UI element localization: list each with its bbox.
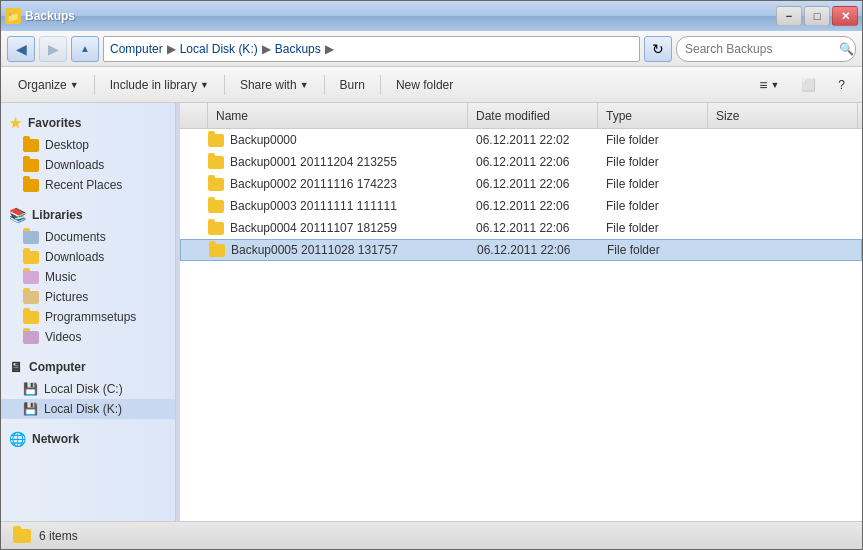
toolbar-separator-3: [324, 75, 325, 95]
table-row[interactable]: Backup0001 20111204 213255 06.12.2011 22…: [180, 151, 862, 173]
row-name-3: Backup0003 20111111 111111: [208, 199, 468, 213]
title-bar: 📁 Backups − □ ✕: [1, 1, 862, 31]
view-button[interactable]: ≡ ▼: [750, 71, 788, 99]
sidebar-item-music[interactable]: Music: [1, 267, 175, 287]
music-label: Music: [45, 270, 76, 284]
row-type-2: File folder: [598, 177, 708, 191]
share-button[interactable]: Share with ▼: [231, 71, 318, 99]
pictures-label: Pictures: [45, 290, 88, 304]
sidebar-item-videos[interactable]: Videos: [1, 327, 175, 347]
sidebar-item-desktop[interactable]: Desktop: [1, 135, 175, 155]
header-size[interactable]: Size: [708, 103, 858, 128]
close-button[interactable]: ✕: [832, 6, 858, 26]
status-bar: 6 items: [1, 521, 862, 549]
folder-icon-2: [208, 178, 224, 191]
breadcrumb: Computer ▶ Local Disk (K:) ▶ Backups ▶: [103, 36, 640, 62]
libraries-header[interactable]: 📚 Libraries: [1, 203, 175, 227]
computer-header[interactable]: 🖥 Computer: [1, 355, 175, 379]
table-row[interactable]: Backup0000 06.12.2011 22:02 File folder: [180, 129, 862, 151]
desktop-label: Desktop: [45, 138, 89, 152]
refresh-button[interactable]: ↻: [644, 36, 672, 62]
maximize-button[interactable]: □: [804, 6, 830, 26]
header-date[interactable]: Date modified: [468, 103, 598, 128]
row-date-2: 06.12.2011 22:06: [468, 177, 598, 191]
row-type-1: File folder: [598, 155, 708, 169]
videos-label: Videos: [45, 330, 81, 344]
row-date-3: 06.12.2011 22:06: [468, 199, 598, 213]
folder-icon-1: [208, 156, 224, 169]
table-row[interactable]: Backup0004 20111107 181259 06.12.2011 22…: [180, 217, 862, 239]
network-header[interactable]: 🌐 Network: [1, 427, 175, 451]
toolbar: Organize ▼ Include in library ▼ Share wi…: [1, 67, 862, 103]
row-date-1: 06.12.2011 22:06: [468, 155, 598, 169]
libraries-section: 📚 Libraries Documents Downloads Music: [1, 203, 175, 347]
row-name-1: Backup0001 20111204 213255: [208, 155, 468, 169]
row-name-4: Backup0004 20111107 181259: [208, 221, 468, 235]
row-date-5: 06.12.2011 22:06: [469, 243, 599, 257]
search-bar: 🔍: [676, 36, 856, 62]
localdisk-k-label: Local Disk (K:): [44, 402, 122, 416]
libraries-label: Libraries: [32, 208, 83, 222]
computer-label: Computer: [29, 360, 86, 374]
network-icon: 🌐: [9, 431, 26, 447]
row-date-4: 06.12.2011 22:06: [468, 221, 598, 235]
pictures-icon: [23, 291, 39, 304]
localdisk-c-label: Local Disk (C:): [44, 382, 123, 396]
minimize-button[interactable]: −: [776, 6, 802, 26]
library-button[interactable]: Include in library ▼: [101, 71, 218, 99]
title-bar-left: 📁 Backups: [5, 8, 75, 24]
breadcrumb-sep-3: ▶: [325, 42, 334, 56]
status-folder-icon: [13, 529, 31, 543]
sidebar-item-downloads-fav[interactable]: Downloads: [1, 155, 175, 175]
recent-folder-icon: [23, 179, 39, 192]
file-list-header: Name Date modified Type Size: [180, 103, 862, 129]
breadcrumb-localdisk[interactable]: Local Disk (K:): [180, 42, 258, 56]
sidebar-item-documents[interactable]: Documents: [1, 227, 175, 247]
network-section: 🌐 Network: [1, 427, 175, 451]
row-name-5: Backup0005 20111028 131757: [209, 243, 469, 257]
help-button[interactable]: ?: [829, 71, 854, 99]
sidebar-item-recent[interactable]: Recent Places: [1, 175, 175, 195]
main-content: ★ Favorites Desktop Downloads Recent Pla…: [1, 103, 862, 521]
address-bar: ◀ ▶ ▲ Computer ▶ Local Disk (K:) ▶ Backu…: [1, 31, 862, 67]
organize-button[interactable]: Organize ▼: [9, 71, 88, 99]
status-count: 6 items: [39, 529, 78, 543]
breadcrumb-computer[interactable]: Computer: [110, 42, 163, 56]
programmsetups-icon: [23, 311, 39, 324]
sidebar-item-localdisk-c[interactable]: 💾 Local Disk (C:): [1, 379, 175, 399]
sidebar-item-downloads-lib[interactable]: Downloads: [1, 247, 175, 267]
search-icon[interactable]: 🔍: [839, 42, 854, 56]
row-type-0: File folder: [598, 133, 708, 147]
row-type-4: File folder: [598, 221, 708, 235]
up-button[interactable]: ▲: [71, 36, 99, 62]
sidebar-item-programmsetups[interactable]: Programmsetups: [1, 307, 175, 327]
back-button[interactable]: ◀: [7, 36, 35, 62]
window-icon: 📁: [5, 8, 21, 24]
downloads-fav-folder-icon: [23, 159, 39, 172]
table-row[interactable]: Backup0002 20111116 174223 06.12.2011 22…: [180, 173, 862, 195]
library-arrow-icon: ▼: [200, 80, 209, 90]
breadcrumb-sep-1: ▶: [167, 42, 176, 56]
breadcrumb-sep-2: ▶: [262, 42, 271, 56]
new-folder-button[interactable]: New folder: [387, 71, 462, 99]
table-row[interactable]: Backup0005 20111028 131757 06.12.2011 22…: [180, 239, 862, 261]
breadcrumb-backups[interactable]: Backups: [275, 42, 321, 56]
videos-icon: [23, 331, 39, 344]
header-check: [184, 103, 208, 128]
row-name-0: Backup0000: [208, 133, 468, 147]
header-type[interactable]: Type: [598, 103, 708, 128]
sidebar-item-localdisk-k[interactable]: 💾 Local Disk (K:): [1, 399, 175, 419]
table-row[interactable]: Backup0003 20111111 111111 06.12.2011 22…: [180, 195, 862, 217]
preview-pane-button[interactable]: ⬜: [792, 71, 825, 99]
favorites-header[interactable]: ★ Favorites: [1, 111, 175, 135]
libraries-icon: 📚: [9, 207, 26, 223]
sidebar-item-pictures[interactable]: Pictures: [1, 287, 175, 307]
header-name[interactable]: Name: [208, 103, 468, 128]
forward-button[interactable]: ▶: [39, 36, 67, 62]
organize-arrow-icon: ▼: [70, 80, 79, 90]
folder-icon-5: [209, 244, 225, 257]
burn-button[interactable]: Burn: [331, 71, 374, 99]
music-icon: [23, 271, 39, 284]
search-input[interactable]: [685, 42, 835, 56]
downloads-lib-icon: [23, 251, 39, 264]
